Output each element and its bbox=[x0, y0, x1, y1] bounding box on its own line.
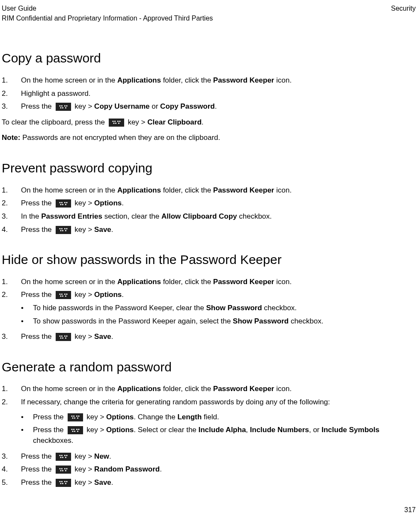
text: key > bbox=[73, 291, 95, 299]
list-item: • Press the key > Options. Change the Le… bbox=[21, 412, 416, 423]
svg-point-74 bbox=[60, 483, 61, 484]
heading-hide-show-passwords: Hide or show passwords in the Password K… bbox=[2, 250, 416, 269]
text: Passwords are not encrypted when they ar… bbox=[20, 133, 220, 142]
text: Press the bbox=[21, 465, 54, 473]
step-number: 1. bbox=[2, 185, 21, 196]
blackberry-menu-key-icon bbox=[56, 453, 71, 461]
svg-point-23 bbox=[64, 228, 65, 229]
text-bold: Password Entries bbox=[41, 212, 102, 220]
bullet-icon: • bbox=[21, 412, 33, 423]
text: Press the bbox=[21, 452, 54, 460]
svg-point-36 bbox=[61, 335, 62, 337]
text: key > bbox=[73, 332, 95, 341]
svg-point-44 bbox=[76, 415, 77, 417]
text-bold: Options bbox=[94, 199, 122, 207]
text: . bbox=[111, 478, 113, 486]
svg-point-31 bbox=[66, 294, 67, 295]
svg-point-10 bbox=[119, 121, 120, 122]
svg-point-25 bbox=[60, 230, 61, 231]
svg-point-56 bbox=[59, 455, 60, 456]
step-number: 3. bbox=[2, 451, 21, 462]
list-item: 2. Highlight a password. bbox=[2, 89, 416, 99]
text: checkbox. bbox=[289, 317, 323, 325]
svg-point-41 bbox=[65, 337, 66, 338]
svg-point-46 bbox=[72, 418, 73, 419]
step-number: 4. bbox=[2, 225, 21, 235]
text: . bbox=[122, 291, 124, 299]
page-header: User Guide RIM Confidential and Propriet… bbox=[2, 3, 416, 23]
step-number: 5. bbox=[2, 477, 21, 488]
note: Note: Passwords are not encrypted when t… bbox=[2, 133, 416, 143]
svg-point-33 bbox=[62, 295, 63, 297]
text-bold: Password Keeper bbox=[213, 76, 274, 84]
step-number: 2. bbox=[2, 89, 21, 99]
svg-point-24 bbox=[66, 228, 67, 229]
step-number: 3. bbox=[2, 332, 21, 342]
blackberry-menu-key-icon bbox=[109, 119, 124, 127]
blackberry-menu-key-icon bbox=[56, 103, 71, 111]
text: . bbox=[109, 452, 111, 460]
text: . Select or clear the bbox=[134, 426, 198, 434]
header-left-line2: RIM Confidential and Proprietary Informa… bbox=[2, 13, 213, 23]
heading-generate-random-password: Generate a random password bbox=[2, 358, 416, 377]
svg-point-17 bbox=[66, 202, 67, 203]
svg-point-48 bbox=[77, 418, 78, 419]
text: key > bbox=[73, 452, 95, 460]
list-item: 1. On the home screen or in the Applicat… bbox=[2, 75, 416, 86]
list-item: • Press the key > Options. Select or cle… bbox=[21, 425, 416, 446]
svg-point-3 bbox=[66, 105, 67, 107]
list-item: 2. Press the key > Options. bbox=[2, 198, 416, 209]
step-number: 3. bbox=[2, 101, 21, 112]
svg-point-38 bbox=[66, 335, 67, 337]
text: icon. bbox=[274, 186, 292, 194]
text: section, clear the bbox=[102, 212, 161, 220]
bullet-icon: • bbox=[21, 316, 33, 327]
text: folder, click the bbox=[161, 186, 213, 194]
list-item: • To show passwords in the Password Keep… bbox=[21, 316, 416, 327]
text: checkboxes. bbox=[33, 436, 74, 445]
text-bold: Applications bbox=[117, 385, 161, 393]
svg-point-53 bbox=[72, 430, 73, 432]
text: On the home screen or in the bbox=[21, 76, 117, 84]
step-number: 1. bbox=[2, 75, 21, 86]
svg-point-45 bbox=[78, 415, 79, 417]
paragraph: To clear the clipboard, press the key > … bbox=[2, 117, 416, 128]
blackberry-menu-key-icon bbox=[56, 199, 71, 208]
heading-copy-password: Copy a password bbox=[2, 49, 416, 68]
svg-point-9 bbox=[117, 121, 119, 122]
svg-point-13 bbox=[118, 123, 119, 124]
svg-point-7 bbox=[112, 121, 113, 122]
svg-point-28 bbox=[59, 294, 60, 295]
list-item: 3. In the Password Entries section, clea… bbox=[2, 211, 416, 222]
svg-point-64 bbox=[61, 468, 62, 469]
text-bold: Copy Username bbox=[94, 102, 149, 110]
svg-point-4 bbox=[60, 107, 61, 108]
svg-point-20 bbox=[65, 204, 66, 205]
text: or bbox=[150, 102, 161, 110]
svg-point-34 bbox=[65, 295, 66, 297]
svg-point-51 bbox=[76, 429, 77, 430]
text-bold: Save bbox=[94, 478, 111, 486]
blackberry-menu-key-icon bbox=[56, 291, 71, 299]
text-bold: Options bbox=[94, 291, 122, 299]
svg-point-61 bbox=[62, 457, 63, 458]
svg-point-47 bbox=[74, 418, 75, 419]
bullet-icon: • bbox=[21, 425, 33, 436]
text-bold: Options bbox=[106, 426, 134, 434]
blackberry-menu-key-icon bbox=[68, 413, 83, 421]
text: Press the bbox=[33, 426, 66, 434]
svg-point-57 bbox=[61, 455, 62, 456]
list-item: 4. Press the key > Save. bbox=[2, 225, 416, 235]
text-bold: Show Password bbox=[206, 304, 262, 312]
svg-point-27 bbox=[65, 230, 66, 231]
blackberry-menu-key-icon bbox=[56, 466, 71, 474]
svg-point-15 bbox=[61, 202, 62, 203]
text: To show passwords in the Password Keeper… bbox=[33, 317, 233, 325]
text: Highlight a password. bbox=[21, 89, 416, 99]
text-bold: Include Alpha bbox=[199, 426, 246, 434]
text-bold: Password Keeper bbox=[213, 186, 274, 194]
step-number: 2. bbox=[2, 198, 21, 209]
text: folder, click the bbox=[161, 385, 213, 393]
text-bold: Applications bbox=[117, 76, 161, 84]
text: , bbox=[246, 426, 250, 434]
